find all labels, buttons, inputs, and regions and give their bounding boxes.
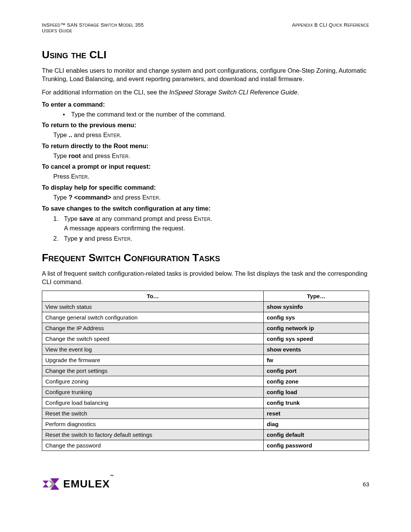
- t: and press: [81, 152, 112, 159]
- task-cell: Change general switch configuration: [42, 312, 264, 323]
- intro-paragraph-2: For additional information on the CLI, s…: [42, 88, 369, 96]
- t: Type: [64, 215, 79, 222]
- t: ™ SAN S: [61, 22, 83, 28]
- emulex-logo: EMULEX™: [42, 478, 114, 490]
- task-cell: Configure zoning: [42, 376, 264, 387]
- save-step-1-body: A message appears confirming the request…: [64, 224, 369, 233]
- table-row: Change the port settingsconfig port: [42, 366, 369, 376]
- command-cell: config default: [264, 430, 369, 440]
- page: InSPEED™ SAN STORAGE SWITCH MODEL 355 US…: [0, 0, 411, 506]
- header-left-line2: USER'S GUIDE: [42, 28, 144, 34]
- bullet-text: Type the command text or the number of t…: [71, 110, 226, 120]
- sub-return-prev: To return to the previous menu:: [42, 121, 369, 129]
- t: and press: [83, 235, 114, 242]
- intro-paragraph-1: The CLI enables users to monitor and cha…: [42, 66, 369, 83]
- command-cell: config zone: [264, 376, 369, 387]
- task-cell: Reset the switch: [42, 408, 264, 419]
- t: .: [159, 194, 161, 201]
- task-cell: Change the password: [42, 440, 264, 451]
- t: UIDE: [63, 29, 72, 33]
- t: A: [292, 22, 295, 28]
- table-row: Configure zoningconfig zone: [42, 376, 369, 387]
- t: .: [210, 215, 212, 222]
- t: ..: [68, 131, 72, 138]
- command-cell: config load: [264, 387, 369, 398]
- t: and press: [111, 194, 142, 201]
- t: EMULEX: [63, 478, 110, 490]
- t: U: [42, 28, 46, 34]
- bullet-icon: •: [63, 110, 71, 120]
- emulex-logo-icon: [42, 478, 60, 490]
- task-cell: Configure trunking: [42, 387, 264, 398]
- header-left: InSPEED™ SAN STORAGE SWITCH MODEL 355 US…: [42, 22, 144, 34]
- command-cell: reset: [264, 408, 369, 419]
- table-row: Change the IP Addressconfig network ip: [42, 323, 369, 334]
- save-step-2: 2. Type y and press ENTER.: [53, 233, 369, 243]
- th-type: Type…: [264, 291, 369, 302]
- t: E: [194, 215, 198, 222]
- task-cell: View switch status: [42, 302, 264, 312]
- section-heading-frequent-tasks: Frequent Switch Configuration Tasks: [42, 252, 369, 264]
- t: E: [142, 194, 147, 201]
- t: UICK: [333, 23, 342, 27]
- task-cell: Perform diagnostics: [42, 419, 264, 430]
- header-right-line1: APPENDIX B CLI QUICK REFERENCE: [292, 22, 369, 28]
- step-text: Type save at any command prompt and pres…: [64, 214, 212, 224]
- t: at any command prompt and press: [93, 215, 194, 222]
- task-cell: Configure load balancing: [42, 398, 264, 408]
- t: .: [297, 89, 299, 96]
- t: save: [79, 215, 93, 222]
- sub-enter-command: To enter a command:: [42, 101, 369, 108]
- sub-save: To save changes to the switch configurat…: [42, 205, 369, 212]
- table-row: Change the switch speedconfig sys speed: [42, 334, 369, 344]
- t: E: [114, 235, 118, 242]
- t: 355: [134, 22, 144, 28]
- t: .: [88, 173, 89, 180]
- t: Type: [64, 235, 79, 242]
- task-cell: Change the IP Address: [42, 323, 264, 334]
- sub-help: To display help for specific command:: [42, 184, 369, 191]
- command-cell: config sys: [264, 312, 369, 323]
- task-cell: View the event log: [42, 344, 264, 355]
- command-table: To… Type… View switch statusshow sysinfo…: [42, 291, 369, 451]
- t: Type: [53, 152, 68, 159]
- t: root: [68, 152, 81, 159]
- t: E: [71, 173, 75, 180]
- line-help: Type ? <command> and press ENTER.: [53, 193, 369, 203]
- num-2: 2.: [53, 233, 64, 243]
- page-footer: EMULEX™ 63: [42, 478, 369, 490]
- line-return-root: Type root and press ENTER.: [53, 151, 369, 161]
- task-cell: Upgrade the firmware: [42, 355, 264, 366]
- t: NTER: [118, 236, 131, 242]
- step-text: Type y and press ENTER.: [64, 233, 132, 243]
- t: E: [103, 131, 107, 138]
- save-step-1: 1. Type save at any command prompt and p…: [53, 214, 369, 224]
- t: PEED: [49, 23, 60, 27]
- task-cell: Change the port settings: [42, 366, 264, 376]
- t: Press: [53, 173, 71, 180]
- th-to: To…: [42, 291, 264, 302]
- table-row: Change general switch configurationconfi…: [42, 312, 369, 323]
- command-cell: config network ip: [264, 323, 369, 334]
- page-number: 63: [363, 481, 369, 487]
- running-header: InSPEED™ SAN STORAGE SWITCH MODEL 355 US…: [42, 22, 369, 34]
- t: ODEL: [123, 23, 134, 27]
- line-cancel-prompt: Press ENTER.: [53, 172, 369, 182]
- command-cell: config sys speed: [264, 334, 369, 344]
- command-cell: show sysinfo: [264, 302, 369, 312]
- task-cell: Reset the switch to factory default sett…: [42, 430, 264, 440]
- reference-guide-title: InSpeed Storage Switch CLI Reference Gui…: [169, 89, 298, 96]
- table-row: Upgrade the firmwarefw: [42, 355, 369, 366]
- command-cell: fw: [264, 355, 369, 366]
- svg-marker-0: [43, 481, 49, 487]
- table-row: Perform diagnosticsdiag: [42, 419, 369, 430]
- table-row: View switch statusshow sysinfo: [42, 302, 369, 312]
- t: NTER: [75, 174, 88, 180]
- t: Type: [53, 194, 68, 201]
- t: y: [79, 235, 83, 242]
- command-cell: diag: [264, 419, 369, 430]
- t: For additional information on the CLI, s…: [42, 89, 169, 96]
- table-row: Configure trunkingconfig load: [42, 387, 369, 398]
- t: EFERENCE: [347, 23, 369, 27]
- sub-cancel-prompt: To cancel a prompt or input request:: [42, 163, 369, 170]
